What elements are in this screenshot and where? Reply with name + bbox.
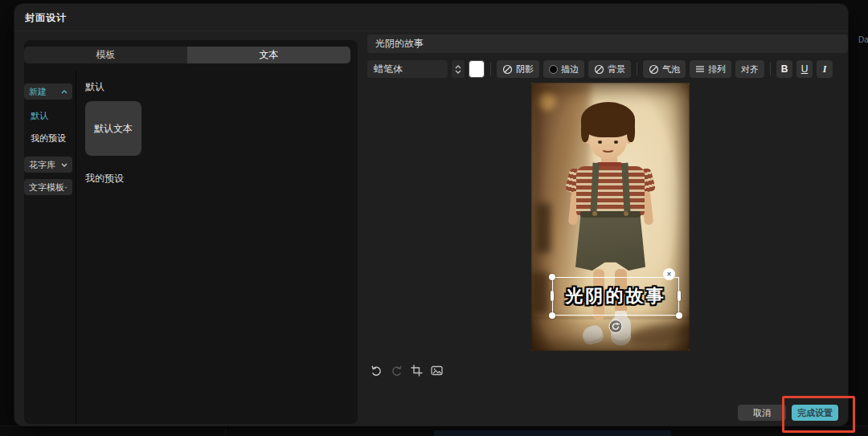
library-panel: 模板 文本 新建 默认 我的预设 花字库 xyxy=(24,40,358,424)
tab-template[interactable]: 模板 xyxy=(24,47,187,63)
tab-text[interactable]: 文本 xyxy=(187,47,350,63)
bold-button[interactable]: B xyxy=(776,60,792,78)
photo-window-blur xyxy=(536,203,551,253)
section-header-my-presets: 我的预设 xyxy=(85,172,358,185)
child-striped-shirt xyxy=(576,166,645,216)
new-button[interactable]: 新建 xyxy=(24,84,72,100)
slash-circle-icon xyxy=(649,64,659,75)
undo-icon xyxy=(371,365,383,377)
tab-bar: 模板 文本 xyxy=(24,47,350,63)
toolbar-divider xyxy=(637,63,637,75)
underline-button[interactable]: U xyxy=(796,60,813,78)
child-eye xyxy=(614,141,618,144)
stepper-down-icon xyxy=(455,70,461,74)
background-button[interactable]: 背景 xyxy=(588,60,631,78)
sidebar-item-my-presets[interactable]: 我的预设 xyxy=(24,132,76,145)
huazi-dropdown-label: 花字库 xyxy=(29,159,55,171)
font-select[interactable]: 蜡笔体 xyxy=(367,60,448,78)
suspender-button xyxy=(592,211,597,216)
huazi-dropdown[interactable]: 花字库 xyxy=(24,157,72,173)
text-template-dropdown[interactable]: 文字模板 xyxy=(24,179,72,195)
child-shorts xyxy=(575,211,645,271)
stroke-button-label: 描边 xyxy=(561,63,579,75)
cover-design-dialog: 封面设计 模板 文本 新建 默认 我的预设 花字库 xyxy=(14,4,848,426)
text-style-toolbar: 蜡笔体 阴影 描边 背景 xyxy=(367,60,833,78)
undo-button[interactable] xyxy=(370,364,383,377)
overlay-text-input[interactable] xyxy=(367,35,848,53)
canvas-tools xyxy=(370,364,443,377)
text-template-dropdown-label: 文字模板 xyxy=(29,181,64,194)
library-content: 默认 默认文本 我的预设 xyxy=(76,71,358,424)
arrange-button[interactable]: 排列 xyxy=(690,60,731,78)
child-eye xyxy=(598,141,602,144)
align-button[interactable]: 对齐 xyxy=(735,60,764,78)
replace-image-button[interactable] xyxy=(430,364,443,377)
cancel-button-label: 取消 xyxy=(753,407,771,419)
rotate-icon xyxy=(612,322,620,331)
redo-button[interactable] xyxy=(390,364,403,377)
overlay-text[interactable]: 光阴的故事 xyxy=(553,278,678,315)
crop-button[interactable] xyxy=(410,364,423,377)
toolbar-divider xyxy=(770,63,771,75)
align-button-label: 对齐 xyxy=(741,63,759,75)
text-color-swatch[interactable] xyxy=(469,60,485,78)
resize-handle-bottom-left[interactable] xyxy=(549,312,555,319)
resize-handle-right[interactable] xyxy=(678,291,681,301)
background-timeline-seam xyxy=(225,428,226,436)
close-icon: × xyxy=(667,271,672,279)
shadow-button-label: 阴影 xyxy=(516,63,534,75)
background-text-fragment: Da xyxy=(858,35,868,44)
rotate-handle[interactable] xyxy=(609,320,623,333)
child-smile xyxy=(601,145,615,153)
delete-overlay-button[interactable]: × xyxy=(663,268,675,280)
chevron-down-icon xyxy=(64,185,68,189)
redo-icon xyxy=(391,365,403,377)
default-text-card-label: 默认文本 xyxy=(94,122,133,136)
library-body: 新建 默认 我的预设 花字库 文字模板 xyxy=(24,71,358,424)
shadow-button[interactable]: 阴影 xyxy=(497,60,539,78)
resize-handle-left[interactable] xyxy=(551,291,554,301)
stroke-color-icon xyxy=(549,65,558,74)
font-size-stepper[interactable] xyxy=(452,60,465,78)
slash-circle-icon xyxy=(502,64,513,75)
dialog-title: 封面设计 xyxy=(25,11,67,25)
title-divider xyxy=(14,31,848,31)
slash-circle-icon xyxy=(594,64,604,75)
library-sidebar: 新建 默认 我的预设 花字库 文字模板 xyxy=(24,71,76,424)
italic-button[interactable]: I xyxy=(817,60,833,78)
new-button-label: 新建 xyxy=(29,86,47,98)
cancel-button[interactable]: 取消 xyxy=(738,405,786,421)
confirm-button-label: 完成设置 xyxy=(797,407,833,419)
resize-handle-top-left[interactable] xyxy=(549,274,555,280)
arrange-button-label: 排列 xyxy=(708,63,726,75)
bubble-button-label: 气泡 xyxy=(662,63,680,75)
background-button-label: 背景 xyxy=(608,63,625,75)
sidebar-item-default[interactable]: 默认 xyxy=(24,110,76,122)
chevron-up-icon xyxy=(61,90,68,94)
background-timeline-clip xyxy=(434,430,671,436)
default-text-card[interactable]: 默认文本 xyxy=(85,101,141,156)
toolbar-divider xyxy=(490,63,491,75)
bubble-button[interactable]: 气泡 xyxy=(643,60,686,78)
photo-lamp-blur xyxy=(538,92,555,110)
text-overlay-selection[interactable]: 光阴的故事 × xyxy=(552,277,679,316)
chevron-down-icon xyxy=(61,163,68,167)
image-icon xyxy=(431,365,443,377)
child-waistband xyxy=(580,211,641,218)
section-header-default: 默认 xyxy=(85,80,358,94)
lines-icon xyxy=(695,64,705,74)
child-hair-fringe xyxy=(588,118,628,131)
resize-handle-bottom-right[interactable] xyxy=(676,312,682,319)
cover-photo[interactable]: 光阴的故事 × xyxy=(531,83,690,351)
font-select-value: 蜡笔体 xyxy=(374,63,403,76)
crop-icon xyxy=(411,365,423,377)
stroke-button[interactable]: 描边 xyxy=(543,60,584,78)
photo-window-blur xyxy=(531,272,549,314)
confirm-button[interactable]: 完成设置 xyxy=(792,405,838,421)
stepper-up-icon xyxy=(455,65,461,69)
suspender-button xyxy=(624,211,628,216)
